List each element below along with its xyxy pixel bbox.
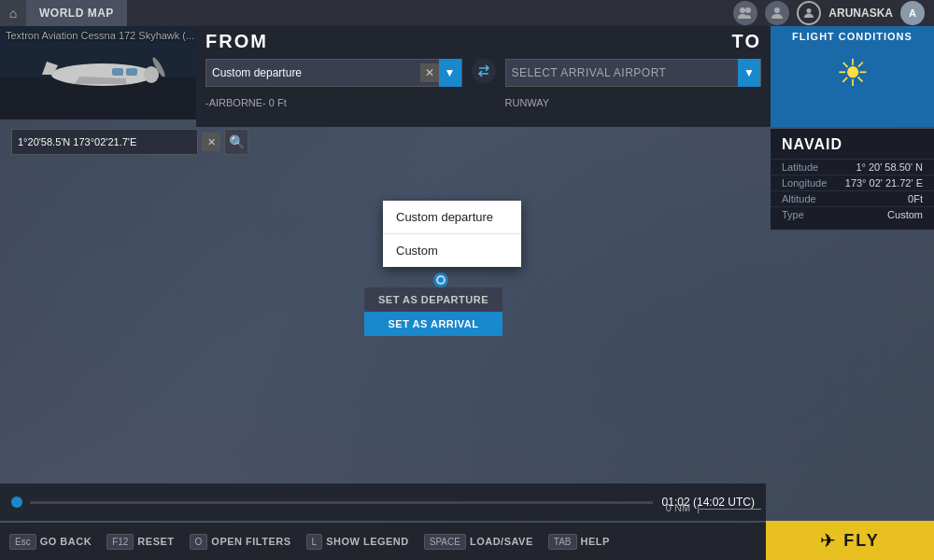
user-icon[interactable] (765, 1, 789, 25)
home-icon[interactable]: ⌂ (0, 0, 26, 26)
navaid-longitude-key: Longitude (782, 177, 827, 189)
fly-label: FLY (843, 531, 879, 551)
departure-input-wrap: ✕ ▼ (205, 59, 462, 87)
departure-clear-button[interactable]: ✕ (420, 63, 439, 82)
hotkey-help-label: HELP (581, 536, 610, 547)
hotkey-go-back: Esc GO BACK (9, 534, 92, 550)
flight-conditions-title: FLIGHT CONDITIONS (792, 26, 913, 44)
navaid-latitude-value: 1° 20' 58.50' N (856, 161, 923, 173)
hotkey-open-filters: O OPEN FILTERS (190, 534, 291, 550)
timeline-track[interactable] (30, 501, 653, 504)
coord-clear-button[interactable]: ✕ (202, 133, 220, 151)
navaid-longitude-row: Longitude 173° 02' 21.72' E (771, 175, 934, 190)
coord-bar: ✕ 🔍 (11, 129, 248, 155)
hotkey-open-filters-label: OPEN FILTERS (211, 536, 290, 547)
arrival-placeholder: SELECT ARRIVAL AIRPORT (506, 66, 739, 79)
coord-search-button[interactable]: 🔍 (224, 129, 248, 155)
hotkey-load-save-label: LOAD/SAVE (470, 536, 533, 547)
navaid-type-value: Custom (887, 209, 923, 220)
hotkey-l-key: L (306, 534, 323, 550)
navaid-type-key: Type (782, 209, 804, 220)
departure-input[interactable] (206, 66, 420, 79)
fly-icon: ✈ (820, 529, 836, 552)
hotkey-reset-label: RESET (137, 536, 174, 547)
aircraft-name: Textron Aviation Cessna 172 Skyhawk (... (6, 30, 194, 41)
navaid-title: NAVAID (771, 129, 934, 159)
hotkey-show-legend-label: SHOW LEGEND (326, 536, 409, 547)
flight-conditions-panel[interactable]: FLIGHT CONDITIONS ☀ (771, 26, 934, 127)
from-to-header: FROM TO (196, 26, 771, 56)
navaid-altitude-value: 0Ft (908, 193, 923, 204)
hotkey-space-key: SPACE (424, 534, 466, 550)
svg-point-5 (774, 7, 780, 13)
popup-menu: Custom departure Custom (383, 201, 521, 267)
arrival-input-wrap[interactable]: SELECT ARRIVAL AIRPORT ▼ (505, 59, 762, 87)
hotkey-tab-key: TAB (548, 534, 577, 550)
navaid-panel: NAVAID Latitude 1° 20' 58.50' N Longitud… (771, 129, 934, 230)
svg-rect-15 (126, 68, 137, 76)
runway-text: RUNWAY (505, 97, 762, 108)
hotkey-go-back-label: GO BACK (40, 536, 92, 547)
top-bar: ⌂ WORLD MAP ARUNASKA A (0, 0, 934, 26)
from-to-sub: -AIRBORNE- 0 Ft RUNWAY (196, 90, 771, 116)
hotkey-load-save: SPACE LOAD/SAVE (424, 534, 533, 550)
navaid-type-row: Type Custom (771, 206, 934, 222)
hotkey-reset: F12 RESET (106, 534, 174, 550)
action-buttons: SET AS DEPARTURE SET AS ARRIVAL (364, 287, 502, 336)
weather-icon: ☀ (836, 51, 870, 94)
timeline-bar: 01:02 (14:02 UTC) (0, 483, 766, 521)
from-to-bar: FROM TO ✕ ▼ SELECT ARRIVAL AIRPORT ▼ -AI… (196, 26, 771, 127)
coord-input[interactable] (11, 129, 198, 155)
timeline-dot (11, 497, 22, 508)
hotkey-esc-key: Esc (9, 534, 36, 550)
airborne-text: -AIRBORNE- 0 Ft (205, 97, 462, 108)
hotkey-help: TAB HELP (548, 534, 610, 550)
svg-rect-14 (112, 68, 123, 76)
set-as-arrival-button[interactable]: SET AS ARRIVAL (364, 312, 502, 336)
navaid-altitude-row: Altitude 0Ft (771, 190, 934, 206)
navaid-latitude-key: Latitude (782, 161, 818, 173)
to-label: TO (484, 31, 762, 52)
profile-ring-icon (797, 1, 821, 25)
aircraft-image: Textron Aviation Cessna 172 Skyhawk (... (0, 26, 196, 119)
aircraft-panel: Textron Aviation Cessna 172 Skyhawk (... (0, 26, 196, 119)
user-name: ARUNASKA (828, 7, 893, 20)
navaid-longitude-value: 173° 02' 21.72' E (845, 177, 923, 189)
svg-point-4 (745, 7, 751, 13)
hotkey-show-legend: L SHOW LEGEND (306, 534, 409, 550)
top-bar-right: ARUNASKA A (733, 1, 934, 25)
navaid-latitude-row: Latitude 1° 20' 58.50' N (771, 159, 934, 175)
from-label: FROM (205, 31, 484, 52)
svg-point-6 (807, 8, 812, 13)
hotkey-f12-key: F12 (106, 534, 134, 550)
navaid-altitude-key: Altitude (782, 193, 816, 204)
popup-item-custom-departure[interactable]: Custom departure (383, 201, 521, 234)
world-map-tab[interactable]: WORLD MAP (26, 0, 127, 26)
svg-point-18 (438, 277, 444, 283)
distance-display: 0 NM |—————— (666, 502, 761, 513)
swap-airports-button[interactable] (472, 59, 496, 83)
svg-point-3 (740, 7, 745, 13)
hotkey-o-key: O (190, 534, 208, 550)
location-dot (430, 269, 452, 291)
arrival-dropdown-button[interactable]: ▼ (738, 59, 760, 87)
avatar[interactable]: A (900, 1, 925, 25)
group-icon[interactable] (733, 1, 757, 25)
fly-button[interactable]: ✈ FLY (766, 521, 934, 560)
popup-item-custom[interactable]: Custom (383, 234, 521, 267)
departure-dropdown-button[interactable]: ▼ (439, 59, 461, 87)
